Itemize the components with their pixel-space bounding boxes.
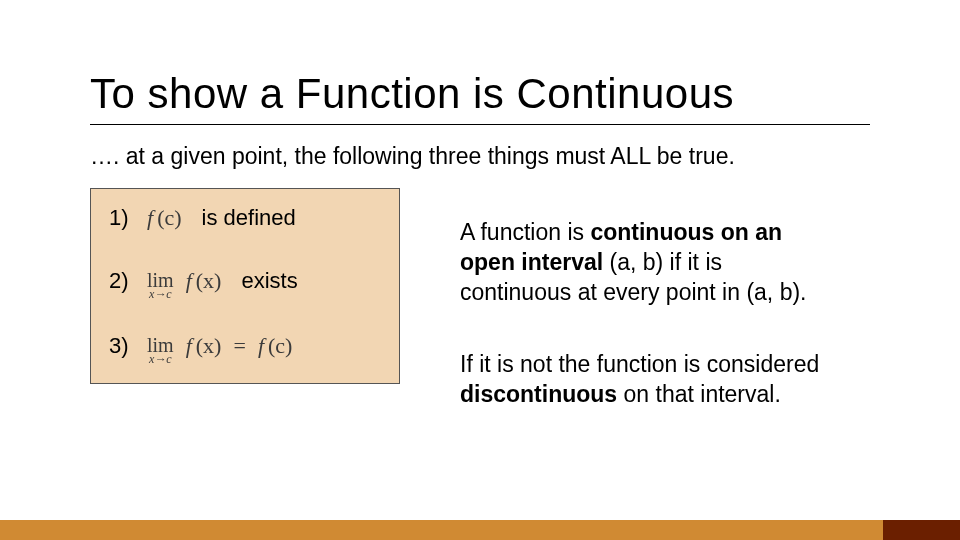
slide: To show a Function is Continuous …. at a… bbox=[0, 0, 960, 540]
limit-icon: lim x→c bbox=[147, 271, 174, 300]
footer-bar-right bbox=[883, 520, 960, 540]
content-area: 1) f(c) is defined 2) lim x→c f(x) ex bbox=[90, 188, 870, 409]
condition-text: is defined bbox=[202, 205, 296, 231]
paragraph-discontinuous: If it is not the function is considered … bbox=[460, 350, 820, 410]
condition-number: 1) bbox=[109, 205, 135, 231]
slide-subtitle: …. at a given point, the following three… bbox=[90, 143, 870, 170]
conditions-box-wrapper: 1) f(c) is defined 2) lim x→c f(x) ex bbox=[90, 188, 400, 384]
slide-title: To show a Function is Continuous bbox=[90, 70, 870, 118]
footer-bar bbox=[0, 520, 960, 540]
condition-text: exists bbox=[241, 268, 297, 294]
math-fx: f(x) bbox=[186, 333, 222, 359]
paragraph-continuous: A function is continuous on an open inte… bbox=[460, 218, 820, 308]
title-underline bbox=[90, 124, 870, 125]
equals-sign: = bbox=[233, 333, 245, 359]
limit-icon: lim x→c bbox=[147, 336, 174, 365]
math-fx: f(x) bbox=[186, 268, 222, 294]
math-fc: f(c) bbox=[258, 333, 293, 359]
math-fc: f(c) bbox=[147, 205, 182, 231]
condition-number: 3) bbox=[109, 333, 135, 359]
condition-2: 2) lim x→c f(x) exists bbox=[109, 267, 381, 296]
condition-3: 3) lim x→c f(x) = f(c) bbox=[109, 332, 381, 361]
condition-number: 2) bbox=[109, 268, 135, 294]
conditions-box: 1) f(c) is defined 2) lim x→c f(x) ex bbox=[90, 188, 400, 384]
explanation-text: A function is continuous on an open inte… bbox=[460, 218, 820, 409]
footer-bar-left bbox=[0, 520, 883, 540]
condition-1: 1) f(c) is defined bbox=[109, 205, 381, 231]
